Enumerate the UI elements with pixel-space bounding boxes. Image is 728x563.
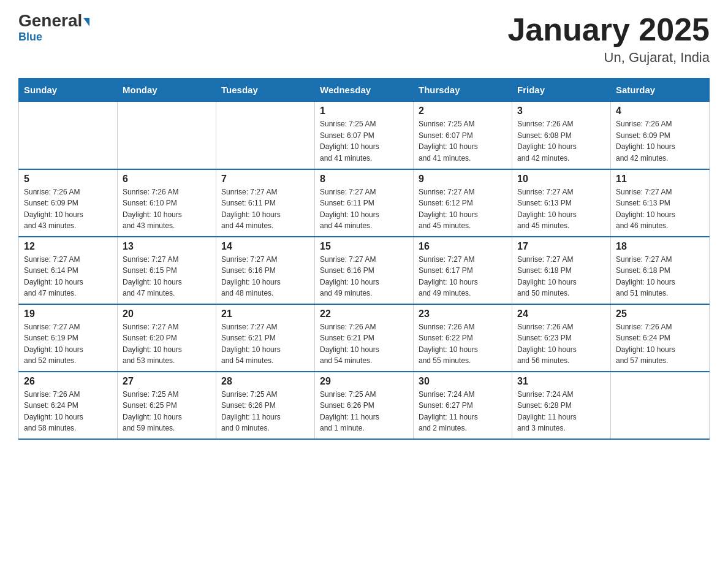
day-header-friday: Friday	[512, 79, 611, 102]
calendar-cell: 18Sunrise: 7:27 AMSunset: 6:18 PMDayligh…	[611, 237, 710, 304]
day-number: 12	[24, 241, 112, 252]
calendar-cell: 21Sunrise: 7:27 AMSunset: 6:21 PMDayligh…	[216, 304, 315, 372]
day-number: 15	[320, 241, 408, 252]
calendar-cell: 31Sunrise: 7:24 AMSunset: 6:28 PMDayligh…	[512, 372, 611, 439]
calendar-cell: 8Sunrise: 7:27 AMSunset: 6:11 PMDaylight…	[315, 169, 414, 237]
calendar-cell: 24Sunrise: 7:26 AMSunset: 6:23 PMDayligh…	[512, 304, 611, 372]
day-info: Sunrise: 7:24 AMSunset: 6:28 PMDaylight:…	[517, 389, 605, 434]
calendar-cell: 12Sunrise: 7:27 AMSunset: 6:14 PMDayligh…	[19, 237, 118, 304]
day-info: Sunrise: 7:27 AMSunset: 6:20 PMDaylight:…	[123, 321, 211, 367]
calendar-cell	[216, 102, 315, 169]
calendar-title: January 2025	[507, 12, 710, 47]
day-info: Sunrise: 7:27 AMSunset: 6:17 PMDaylight:…	[419, 254, 507, 299]
day-info: Sunrise: 7:27 AMSunset: 6:12 PMDaylight:…	[419, 186, 507, 232]
day-info: Sunrise: 7:25 AMSunset: 6:26 PMDaylight:…	[221, 389, 309, 434]
calendar-cell: 17Sunrise: 7:27 AMSunset: 6:18 PMDayligh…	[512, 237, 611, 304]
day-number: 1	[320, 105, 408, 117]
day-info: Sunrise: 7:26 AMSunset: 6:24 PMDaylight:…	[24, 389, 112, 434]
calendar-week-1: 1Sunrise: 7:25 AMSunset: 6:07 PMDaylight…	[19, 102, 710, 169]
day-number: 30	[419, 376, 507, 387]
day-number: 18	[616, 241, 704, 252]
calendar-week-2: 5Sunrise: 7:26 AMSunset: 6:09 PMDaylight…	[19, 169, 710, 237]
day-number: 11	[616, 174, 704, 185]
day-info: Sunrise: 7:25 AMSunset: 6:25 PMDaylight:…	[123, 389, 211, 434]
logo-blue: Blue	[18, 31, 42, 44]
day-header-monday: Monday	[118, 79, 216, 102]
day-number: 14	[221, 241, 309, 252]
calendar-week-3: 12Sunrise: 7:27 AMSunset: 6:14 PMDayligh…	[19, 237, 710, 304]
calendar-cell: 4Sunrise: 7:26 AMSunset: 6:09 PMDaylight…	[611, 102, 710, 169]
calendar-cell: 5Sunrise: 7:26 AMSunset: 6:09 PMDaylight…	[19, 169, 118, 237]
calendar-cell: 27Sunrise: 7:25 AMSunset: 6:25 PMDayligh…	[118, 372, 216, 439]
calendar-cell: 13Sunrise: 7:27 AMSunset: 6:15 PMDayligh…	[118, 237, 216, 304]
calendar-cell: 10Sunrise: 7:27 AMSunset: 6:13 PMDayligh…	[512, 169, 611, 237]
calendar-cell: 22Sunrise: 7:26 AMSunset: 6:21 PMDayligh…	[315, 304, 414, 372]
calendar-cell: 19Sunrise: 7:27 AMSunset: 6:19 PMDayligh…	[19, 304, 118, 372]
calendar-cell: 30Sunrise: 7:24 AMSunset: 6:27 PMDayligh…	[414, 372, 512, 439]
day-number: 3	[517, 105, 605, 117]
day-header-thursday: Thursday	[414, 79, 512, 102]
day-info: Sunrise: 7:26 AMSunset: 6:08 PMDaylight:…	[517, 118, 605, 164]
day-number: 2	[419, 105, 507, 117]
day-info: Sunrise: 7:27 AMSunset: 6:14 PMDaylight:…	[24, 254, 112, 299]
day-header-sunday: Sunday	[19, 79, 118, 102]
calendar-cell: 29Sunrise: 7:25 AMSunset: 6:26 PMDayligh…	[315, 372, 414, 439]
day-number: 16	[419, 241, 507, 252]
calendar-cell: 7Sunrise: 7:27 AMSunset: 6:11 PMDaylight…	[216, 169, 315, 237]
calendar-cell: 11Sunrise: 7:27 AMSunset: 6:13 PMDayligh…	[611, 169, 710, 237]
day-info: Sunrise: 7:27 AMSunset: 6:18 PMDaylight:…	[517, 254, 605, 299]
day-header-wednesday: Wednesday	[315, 79, 414, 102]
calendar-cell: 25Sunrise: 7:26 AMSunset: 6:24 PMDayligh…	[611, 304, 710, 372]
logo-triangle-icon	[83, 18, 89, 26]
day-number: 4	[616, 105, 704, 117]
page-header: General Blue January 2025 Un, Gujarat, I…	[18, 12, 710, 66]
calendar-cell: 23Sunrise: 7:26 AMSunset: 6:22 PMDayligh…	[414, 304, 512, 372]
day-number: 5	[24, 174, 112, 185]
day-info: Sunrise: 7:25 AMSunset: 6:07 PMDaylight:…	[320, 118, 408, 164]
day-info: Sunrise: 7:26 AMSunset: 6:23 PMDaylight:…	[517, 321, 605, 367]
day-number: 8	[320, 174, 408, 185]
day-header-tuesday: Tuesday	[216, 79, 315, 102]
day-number: 10	[517, 174, 605, 185]
day-number: 24	[517, 308, 605, 320]
day-info: Sunrise: 7:27 AMSunset: 6:19 PMDaylight:…	[24, 321, 112, 367]
calendar-cell	[19, 102, 118, 169]
calendar-table: SundayMondayTuesdayWednesdayThursdayFrid…	[18, 78, 710, 440]
calendar-cell: 2Sunrise: 7:25 AMSunset: 6:07 PMDaylight…	[414, 102, 512, 169]
day-info: Sunrise: 7:27 AMSunset: 6:11 PMDaylight:…	[221, 186, 309, 232]
calendar-cell	[611, 372, 710, 439]
day-info: Sunrise: 7:26 AMSunset: 6:21 PMDaylight:…	[320, 321, 408, 367]
calendar-week-5: 26Sunrise: 7:26 AMSunset: 6:24 PMDayligh…	[19, 372, 710, 439]
day-info: Sunrise: 7:26 AMSunset: 6:22 PMDaylight:…	[419, 321, 507, 367]
calendar-cell: 28Sunrise: 7:25 AMSunset: 6:26 PMDayligh…	[216, 372, 315, 439]
calendar-cell	[118, 102, 216, 169]
day-number: 29	[320, 376, 408, 387]
day-number: 6	[123, 174, 211, 185]
day-number: 17	[517, 241, 605, 252]
calendar-cell: 1Sunrise: 7:25 AMSunset: 6:07 PMDaylight…	[315, 102, 414, 169]
day-number: 31	[517, 376, 605, 387]
calendar-cell: 9Sunrise: 7:27 AMSunset: 6:12 PMDaylight…	[414, 169, 512, 237]
calendar-cell: 16Sunrise: 7:27 AMSunset: 6:17 PMDayligh…	[414, 237, 512, 304]
calendar-cell: 26Sunrise: 7:26 AMSunset: 6:24 PMDayligh…	[19, 372, 118, 439]
calendar-header-row: SundayMondayTuesdayWednesdayThursdayFrid…	[19, 79, 710, 102]
day-info: Sunrise: 7:26 AMSunset: 6:09 PMDaylight:…	[616, 118, 704, 164]
calendar-cell: 6Sunrise: 7:26 AMSunset: 6:10 PMDaylight…	[118, 169, 216, 237]
day-info: Sunrise: 7:26 AMSunset: 6:10 PMDaylight:…	[123, 186, 211, 232]
day-info: Sunrise: 7:26 AMSunset: 6:09 PMDaylight:…	[24, 186, 112, 232]
calendar-cell: 3Sunrise: 7:26 AMSunset: 6:08 PMDaylight…	[512, 102, 611, 169]
day-number: 20	[123, 308, 211, 320]
logo: General Blue	[18, 12, 89, 44]
calendar-cell: 20Sunrise: 7:27 AMSunset: 6:20 PMDayligh…	[118, 304, 216, 372]
day-number: 28	[221, 376, 309, 387]
day-number: 22	[320, 308, 408, 320]
day-number: 21	[221, 308, 309, 320]
day-number: 9	[419, 174, 507, 185]
day-info: Sunrise: 7:27 AMSunset: 6:11 PMDaylight:…	[320, 186, 408, 232]
day-info: Sunrise: 7:26 AMSunset: 6:24 PMDaylight:…	[616, 321, 704, 367]
calendar-cell: 14Sunrise: 7:27 AMSunset: 6:16 PMDayligh…	[216, 237, 315, 304]
day-number: 27	[123, 376, 211, 387]
day-info: Sunrise: 7:27 AMSunset: 6:21 PMDaylight:…	[221, 321, 309, 367]
day-info: Sunrise: 7:24 AMSunset: 6:27 PMDaylight:…	[419, 389, 507, 434]
day-info: Sunrise: 7:25 AMSunset: 6:26 PMDaylight:…	[320, 389, 408, 434]
